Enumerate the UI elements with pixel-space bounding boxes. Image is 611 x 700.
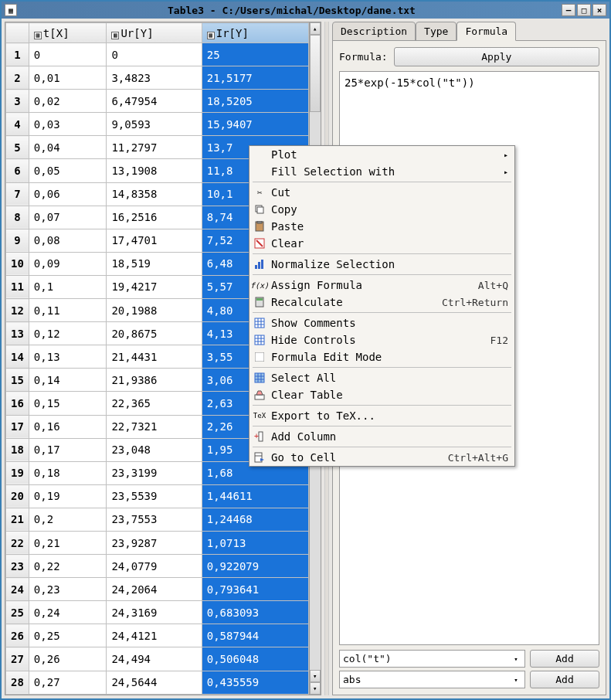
scroll-thumb[interactable]	[310, 35, 321, 112]
table-row[interactable]: 10025	[6, 43, 309, 66]
maximize-button[interactable]: □	[577, 4, 591, 16]
table-row[interactable]: 250,2424,31690,683093	[6, 601, 309, 624]
menu-recalculate[interactable]: Recalculate Ctrl+Return	[249, 294, 514, 311]
cell-t[interactable]: 0,21	[29, 531, 107, 554]
menu-add-column[interactable]: + Add Column	[249, 428, 514, 445]
add-function-button[interactable]: Add	[530, 671, 599, 688]
cell-t[interactable]: 0,13	[29, 345, 107, 369]
row-header[interactable]: 11	[6, 275, 29, 298]
column-header-ur[interactable]: ▦Ur[Y]	[107, 23, 202, 43]
cell-ir[interactable]: 0,793641	[202, 578, 308, 601]
cell-t[interactable]: 0,08	[29, 229, 107, 252]
cell-ur[interactable]: 23,3199	[107, 461, 202, 484]
table-row[interactable]: 260,2524,41210,587944	[6, 624, 309, 647]
cell-t[interactable]: 0,02	[29, 90, 107, 113]
titlebar[interactable]: ▦ Table3 - C:/Users/michal/Desktop/dane.…	[2, 2, 609, 19]
row-header[interactable]: 16	[6, 392, 29, 415]
cell-ur[interactable]: 21,9386	[107, 369, 202, 392]
row-header[interactable]: 3	[6, 90, 29, 113]
row-header[interactable]: 23	[6, 555, 29, 578]
row-header[interactable]: 2	[6, 66, 29, 90]
tab-type[interactable]: Type	[416, 22, 457, 41]
cell-ir[interactable]: 1,44611	[202, 484, 308, 508]
row-header[interactable]: 14	[6, 345, 29, 369]
menu-clear[interactable]: Clear	[249, 235, 514, 252]
menu-copy[interactable]: Copy	[249, 201, 514, 218]
tab-description[interactable]: Description	[332, 22, 416, 41]
cell-t[interactable]: 0,25	[29, 624, 107, 647]
cell-t[interactable]: 0,18	[29, 461, 107, 484]
row-header[interactable]: 27	[6, 647, 29, 671]
cell-ur[interactable]: 20,8675	[107, 322, 202, 345]
cell-ir[interactable]: 0,587944	[202, 624, 308, 647]
cell-ur[interactable]: 22,7321	[107, 415, 202, 438]
close-button[interactable]: ×	[592, 4, 606, 16]
cell-ir[interactable]: 1,0713	[202, 531, 308, 554]
row-header[interactable]: 18	[6, 438, 29, 461]
menu-cut[interactable]: ✂ Cut	[249, 184, 514, 201]
cell-ur[interactable]: 17,4701	[107, 229, 202, 252]
menu-select-all[interactable]: Select All	[249, 369, 514, 386]
cell-t[interactable]: 0,23	[29, 578, 107, 601]
cell-t[interactable]: 0,12	[29, 322, 107, 345]
cell-t[interactable]: 0,09	[29, 252, 107, 275]
cell-ur[interactable]: 22,365	[107, 392, 202, 415]
cell-t[interactable]: 0,24	[29, 601, 107, 624]
cell-ir[interactable]: 1,24468	[202, 508, 308, 531]
cell-t[interactable]: 0,06	[29, 182, 107, 206]
menu-show-comments[interactable]: Show Comments	[249, 314, 514, 331]
cell-ur[interactable]: 24,4121	[107, 624, 202, 647]
cell-ir[interactable]: 21,5177	[202, 66, 308, 90]
column-header-t[interactable]: ▦t[X]	[29, 23, 107, 43]
cell-t[interactable]: 0,26	[29, 647, 107, 671]
cell-t[interactable]: 0,2	[29, 508, 107, 531]
chevron-down-icon[interactable]: ▾	[511, 676, 521, 684]
menu-assign-formula[interactable]: f(x) Assign Formula Alt+Q	[249, 277, 514, 294]
cell-t[interactable]: 0,05	[29, 159, 107, 182]
cell-t[interactable]: 0,22	[29, 555, 107, 578]
menu-plot[interactable]: Plot ▸	[249, 146, 514, 163]
row-header[interactable]: 20	[6, 484, 29, 508]
scroll-down-button[interactable]: ▾	[310, 670, 321, 682]
row-header[interactable]: 24	[6, 578, 29, 601]
row-header[interactable]: 1	[6, 43, 29, 66]
table-row[interactable]: 230,2224,07790,922079	[6, 555, 309, 578]
cell-t[interactable]: 0,03	[29, 113, 107, 136]
cell-ur[interactable]: 24,0779	[107, 555, 202, 578]
cell-t[interactable]: 0,27	[29, 671, 107, 694]
row-header[interactable]: 7	[6, 182, 29, 206]
table-row[interactable]: 220,2123,92871,0713	[6, 531, 309, 554]
cell-ir[interactable]: 0,435559	[202, 671, 308, 694]
chevron-down-icon[interactable]: ▾	[511, 655, 521, 663]
table-row[interactable]: 20,013,482321,5177	[6, 66, 309, 90]
row-header[interactable]: 19	[6, 461, 29, 484]
cell-ur[interactable]: 24,3169	[107, 601, 202, 624]
cell-ur[interactable]: 18,519	[107, 252, 202, 275]
cell-ur[interactable]: 24,494	[107, 647, 202, 671]
menu-hide-controls[interactable]: Hide Controls F12	[249, 331, 514, 348]
cell-ir[interactable]: 25	[202, 43, 308, 66]
cell-ur[interactable]: 13,1908	[107, 159, 202, 182]
cell-ur[interactable]: 23,048	[107, 438, 202, 461]
menu-formula-edit-mode[interactable]: Formula Edit Mode	[249, 348, 514, 365]
cell-ur[interactable]: 23,9287	[107, 531, 202, 554]
cell-t[interactable]: 0,01	[29, 66, 107, 90]
table-row[interactable]: 210,223,75531,24468	[6, 508, 309, 531]
cell-t[interactable]: 0,1	[29, 275, 107, 298]
add-column-ref-button[interactable]: Add	[530, 650, 599, 668]
minimize-button[interactable]: –	[562, 4, 575, 16]
cell-t[interactable]: 0,19	[29, 484, 107, 508]
table-row[interactable]: 270,2624,4940,506048	[6, 647, 309, 671]
column-header-ir[interactable]: ▦Ir[Y]	[202, 23, 308, 43]
table-row[interactable]: 30,026,4795418,5205	[6, 90, 309, 113]
row-header[interactable]: 5	[6, 136, 29, 159]
cell-ur[interactable]: 23,7553	[107, 508, 202, 531]
function-combo[interactable]: abs ▾	[339, 671, 525, 688]
scroll-down-button[interactable]: ▾	[310, 682, 321, 695]
row-header[interactable]: 8	[6, 206, 29, 229]
row-header[interactable]: 4	[6, 113, 29, 136]
cell-ur[interactable]: 24,5644	[107, 671, 202, 694]
cell-ir[interactable]: 15,9407	[202, 113, 308, 136]
apply-button[interactable]: Apply	[394, 47, 599, 66]
row-header[interactable]: 15	[6, 369, 29, 392]
